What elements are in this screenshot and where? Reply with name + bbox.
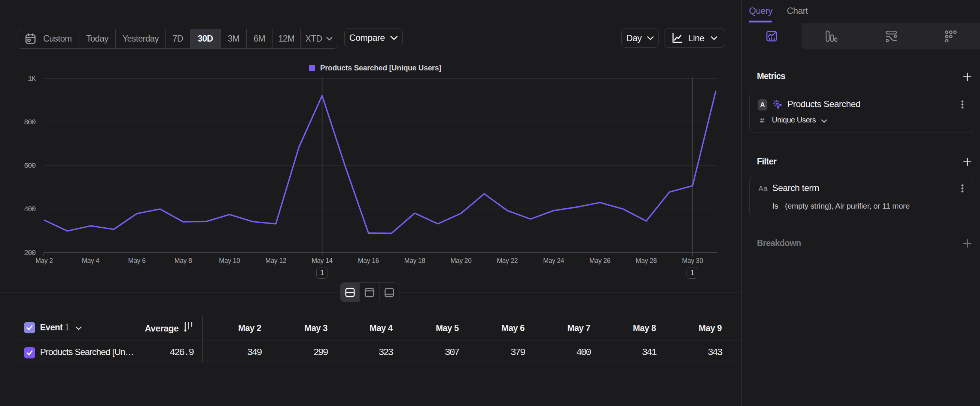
svg-text:May 8: May 8 [175,257,192,264]
svg-text:May 4: May 4 [82,257,100,264]
svg-text:May 16: May 16 [358,257,379,264]
svg-text:600: 600 [24,161,35,170]
svg-text:May 28: May 28 [636,257,657,264]
svg-text:400: 400 [24,205,35,213]
svg-text:May 18: May 18 [404,257,425,264]
svg-text:May 12: May 12 [266,257,286,264]
svg-text:May 20: May 20 [450,257,472,264]
svg-text:May 26: May 26 [590,257,611,264]
svg-text:800: 800 [24,118,35,127]
svg-text:May 6: May 6 [128,257,146,264]
svg-text:May 22: May 22 [497,257,518,264]
svg-text:200: 200 [24,249,35,257]
svg-text:May 14: May 14 [312,257,333,264]
svg-text:May 24: May 24 [543,257,565,264]
svg-text:1K: 1K [28,75,36,83]
svg-text:May 2: May 2 [35,257,53,264]
svg-text:May 10: May 10 [219,257,240,264]
svg-text:May 30: May 30 [682,257,703,264]
